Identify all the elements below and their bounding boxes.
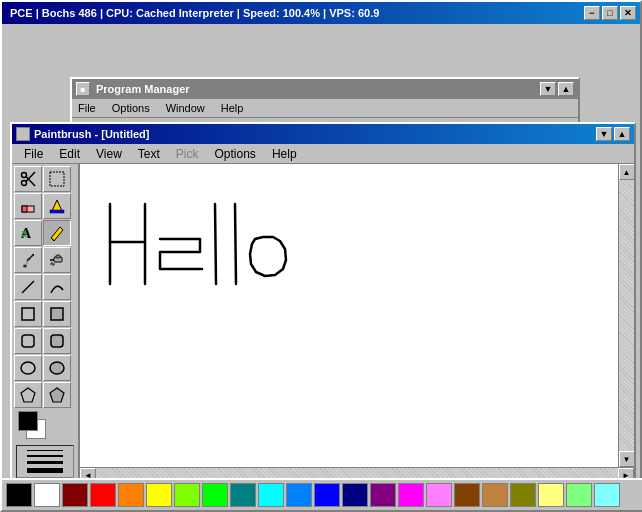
palette-brown[interactable] [454,483,480,507]
palette-tan[interactable] [482,483,508,507]
svg-line-3 [26,172,35,182]
tool-row-9 [14,382,76,408]
palette-yellow[interactable] [146,483,172,507]
svg-text:a: a [21,228,27,239]
prog-manager-minimize[interactable]: ▼ [540,82,556,96]
pb-menu-text[interactable]: Text [130,146,168,162]
line-tool[interactable] [14,274,42,300]
brush-tool[interactable] [14,247,42,273]
text-tool[interactable]: A a [14,220,42,246]
prog-manager-title: Program Manager [96,83,190,95]
foreground-color[interactable] [18,411,38,431]
svg-point-16 [51,262,53,264]
pb-maximize-btn[interactable]: ▲ [614,127,630,141]
palette-purple[interactable] [370,483,396,507]
palette-pink[interactable] [426,483,452,507]
rect-outline-tool[interactable] [14,301,42,327]
prog-manager-icon: ■ [76,82,90,96]
palette-ltcyan[interactable] [594,483,620,507]
prog-manager-scroll[interactable]: ▲ [558,82,574,96]
palette-black[interactable] [6,483,32,507]
palette-ltyellow[interactable] [538,483,564,507]
tool-row-2 [14,193,76,219]
pb-titlebar-left: Paintbrush - [Untitled] [16,127,150,141]
svg-rect-19 [22,308,34,320]
line-size-1[interactable] [27,450,63,451]
svg-rect-12 [56,255,60,258]
palette-blue[interactable] [314,483,340,507]
palette-olive[interactable] [510,483,536,507]
pb-menu-file[interactable]: File [16,146,51,162]
svg-line-2 [26,177,35,187]
rounded-rect-fill-tool[interactable] [43,328,71,354]
pm-menu-file[interactable]: File [78,102,96,114]
polygon-outline-tool[interactable] [14,382,42,408]
outer-title: PCE | Bochs 486 | CPU: Cached Interprete… [6,7,584,19]
pb-menu-edit[interactable]: Edit [51,146,88,162]
pb-main: A a [12,164,634,483]
line-size-2[interactable] [27,455,63,457]
palette-red[interactable] [90,483,116,507]
palette-lime[interactable] [174,483,200,507]
pb-menu-view[interactable]: View [88,146,130,162]
svg-point-24 [50,362,64,374]
airbrush-tool[interactable] [43,247,71,273]
tool-row-8 [14,355,76,381]
palette-magenta[interactable] [398,483,424,507]
pm-menu-help[interactable]: Help [221,102,244,114]
palette-white[interactable] [34,483,60,507]
prog-manager-titlebar: ■ Program Manager ▼ ▲ [72,79,578,99]
canvas-row: ▲ ▼ [80,164,634,467]
outer-maximize-btn[interactable]: □ [602,6,618,20]
pencil-tool[interactable] [43,220,71,246]
rect-fill-tool[interactable] [43,301,71,327]
scroll-up-btn[interactable]: ▲ [619,164,635,180]
svg-marker-25 [21,388,35,402]
tool-row-6 [14,301,76,327]
pb-titlebar-buttons: ▼ ▲ [596,127,630,141]
pm-menu-options[interactable]: Options [112,102,150,114]
canvas-area-container: ▲ ▼ ◄ ► [80,164,634,483]
ellipse-outline-tool[interactable] [14,355,42,381]
paint-canvas[interactable] [80,164,618,467]
palette-green[interactable] [202,483,228,507]
pb-menu-pick: Pick [168,146,207,162]
palette-orange[interactable] [118,483,144,507]
line-size-4[interactable] [27,468,63,473]
pb-window-icon [16,127,30,141]
scroll-track-v[interactable] [619,180,634,451]
scroll-down-btn[interactable]: ▼ [619,451,635,467]
pb-minimize-btn[interactable]: ▼ [596,127,612,141]
palette-ltgreen[interactable] [566,483,592,507]
tool-row-5 [14,274,76,300]
palette-navy[interactable] [342,483,368,507]
outer-close-btn[interactable]: ✕ [620,6,636,20]
polygon-fill-tool[interactable] [43,382,71,408]
ellipse-fill-tool[interactable] [43,355,71,381]
scissors-tool[interactable] [14,166,42,192]
palette-teal[interactable] [230,483,256,507]
pb-menu-help[interactable]: Help [264,146,305,162]
pm-menu-window[interactable]: Window [166,102,205,114]
toolbox: A a [12,164,80,483]
palette-ltblue[interactable] [286,483,312,507]
svg-rect-20 [51,308,63,320]
outer-titlebar-buttons: − □ ✕ [584,6,636,20]
pb-titlebar: Paintbrush - [Untitled] ▼ ▲ [12,124,634,144]
eraser-tool[interactable] [14,193,42,219]
rounded-rect-tool[interactable] [14,328,42,354]
svg-marker-26 [50,388,64,402]
curve-tool[interactable] [43,274,71,300]
tool-row-7 [14,328,76,354]
tool-row-4 [14,247,76,273]
palette-darkred[interactable] [62,483,88,507]
outer-window: PCE | Bochs 486 | CPU: Cached Interprete… [0,0,642,512]
pb-menu-options[interactable]: Options [207,146,264,162]
palette-cyan[interactable] [258,483,284,507]
svg-rect-21 [22,335,34,347]
fill-tool[interactable] [43,193,71,219]
pb-title: Paintbrush - [Untitled] [34,128,150,140]
selection-tool[interactable] [43,166,71,192]
outer-minimize-btn[interactable]: − [584,6,600,20]
line-size-3[interactable] [27,461,63,464]
